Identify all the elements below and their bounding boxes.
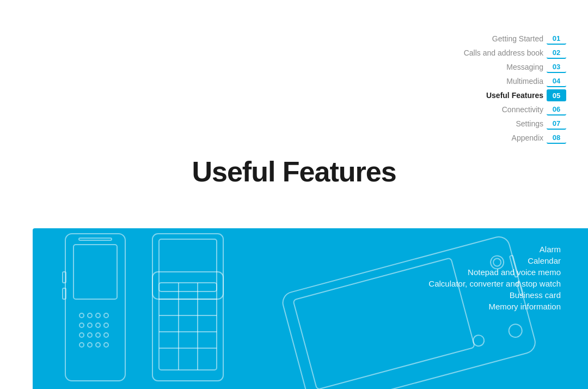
svg-rect-22 [152, 234, 223, 299]
nav-item[interactable]: Messaging03 [506, 61, 566, 73]
banner-item: Alarm [540, 245, 561, 254]
nav-item-badge: 01 [547, 33, 566, 45]
banner-item: Memory information [488, 302, 561, 311]
svg-point-5 [104, 313, 108, 318]
svg-point-12 [96, 333, 100, 337]
nav-item-label: Multimedia [506, 77, 543, 86]
nav-item[interactable]: Connectivity06 [502, 104, 566, 116]
svg-rect-1 [74, 245, 117, 299]
svg-point-4 [96, 313, 100, 318]
svg-point-3 [88, 313, 92, 318]
svg-point-10 [79, 333, 84, 337]
nav-item-label: Appendix [512, 133, 543, 142]
nav-item[interactable]: Useful Features05 [486, 89, 566, 101]
blue-banner: AlarmCalendarNotepad and voice memoCalcu… [33, 228, 588, 389]
nav-item[interactable]: Settings07 [516, 118, 566, 130]
nav-item[interactable]: Calls and address book02 [464, 47, 566, 59]
banner-item: Notepad and voice memo [468, 268, 561, 277]
svg-point-11 [88, 333, 92, 337]
svg-rect-24 [159, 283, 217, 370]
svg-point-17 [104, 343, 108, 347]
nav-item-label: Getting Started [492, 34, 543, 43]
nav-item-badge: 06 [547, 104, 566, 116]
banner-item: Calendar [528, 256, 561, 265]
navigation: Getting Started01Calls and address book0… [464, 33, 566, 146]
nav-item-label: Settings [516, 119, 543, 128]
nav-item-badge: 02 [547, 47, 566, 59]
banner-item: Calculator, converter and stop watch [428, 279, 561, 288]
nav-item-badge: 08 [547, 132, 566, 144]
svg-point-8 [96, 323, 100, 327]
svg-point-15 [88, 343, 92, 347]
nav-item-badge: 04 [547, 75, 566, 87]
nav-item-badge: 07 [547, 118, 566, 130]
svg-point-7 [88, 323, 92, 327]
nav-item-label: Calls and address book [464, 48, 543, 57]
nav-item[interactable]: Multimedia04 [506, 75, 566, 87]
banner-item: Business card [510, 290, 561, 300]
svg-rect-0 [65, 234, 125, 381]
nav-item-badge: 03 [547, 61, 566, 73]
page-title: Useful Features [0, 155, 588, 188]
svg-rect-18 [63, 272, 66, 283]
svg-point-14 [79, 343, 84, 347]
svg-point-16 [96, 343, 100, 347]
svg-point-37 [507, 323, 523, 338]
nav-item[interactable]: Appendix08 [512, 132, 566, 144]
svg-rect-19 [63, 288, 66, 299]
banner-text-list: AlarmCalendarNotepad and voice memoCalcu… [428, 245, 561, 311]
svg-point-6 [79, 323, 84, 327]
svg-point-2 [79, 313, 84, 318]
nav-item-label: Messaging [506, 63, 543, 71]
nav-item-label: Connectivity [502, 105, 543, 114]
svg-rect-21 [152, 272, 223, 381]
nav-item[interactable]: Getting Started01 [492, 33, 566, 45]
svg-rect-20 [79, 238, 112, 240]
nav-item-badge: 05 [547, 89, 566, 101]
svg-point-9 [104, 323, 108, 327]
svg-point-13 [104, 333, 108, 337]
svg-rect-23 [159, 239, 217, 291]
nav-item-label: Useful Features [486, 91, 543, 100]
